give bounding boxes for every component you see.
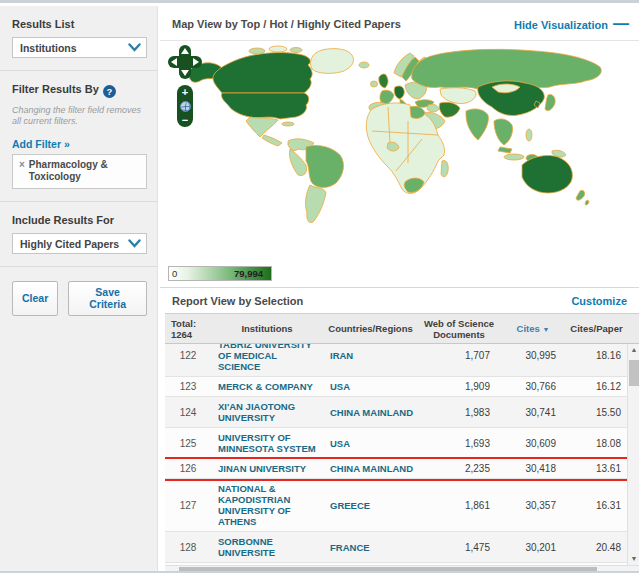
scroll-down-icon[interactable]: ▼ <box>628 553 639 565</box>
column-header-countries[interactable]: Countries/Regions <box>323 323 418 334</box>
country-link[interactable]: USA <box>323 434 418 453</box>
scroll-left-icon[interactable]: ◄ <box>165 566 177 573</box>
table-row-highlighted[interactable]: 126 JINAN UNIVERSITY CHINA MAINLAND 2,23… <box>165 459 627 479</box>
country-link[interactable]: GREECE <box>323 496 418 515</box>
pan-down-icon[interactable] <box>181 70 189 76</box>
country-japan <box>545 94 555 110</box>
country-link[interactable]: IRAN <box>323 346 418 365</box>
vertical-scrollbar[interactable]: ▲ ▼ <box>627 344 639 565</box>
include-results-select[interactable]: Highly Cited Papers <box>12 233 147 254</box>
country-link[interactable]: CHINA MAINLAND <box>323 403 418 422</box>
country-egypt <box>410 106 425 118</box>
chevron-down-icon <box>128 238 141 250</box>
country-brazil <box>306 145 343 187</box>
pan-up-icon[interactable] <box>181 48 189 54</box>
scroll-right-icon[interactable]: ► <box>627 566 639 573</box>
world-map-visualization: + − 0 79,994 <box>160 41 639 288</box>
map-countries[interactable] <box>188 46 601 223</box>
filter-results-section: Filter Results By? Changing the filter f… <box>0 71 157 202</box>
results-table: Total: 1264 Institutions Countries/Regio… <box>165 313 639 573</box>
filter-note: Changing the filter field removes all cu… <box>12 105 147 127</box>
filter-results-label: Filter Results By? <box>12 83 147 98</box>
hide-visualization-link[interactable]: Hide Visualization <box>514 19 608 31</box>
country-south-africa <box>404 178 424 192</box>
clear-button[interactable]: Clear <box>12 281 58 316</box>
table-body: 122 TABRIZ UNIVERSITY OF MEDICAL SCIENCE… <box>165 344 627 565</box>
institution-link[interactable]: UNIVERSITY OF MINNESOTA SYSTEM <box>211 428 323 458</box>
total-count: Total: 1264 <box>165 318 211 340</box>
remove-filter-icon[interactable]: × <box>19 159 25 183</box>
table-header-row: Total: 1264 Institutions Countries/Regio… <box>165 313 639 344</box>
include-results-section: Include Results For Highly Cited Papers <box>0 202 157 267</box>
results-list-section: Results List Institutions <box>0 6 157 71</box>
institution-link[interactable]: XI'AN JIAOTONG UNIVERSITY <box>211 397 323 427</box>
filters-sidebar: Results List Institutions Filter Results… <box>0 6 158 571</box>
zoom-in-button[interactable]: + <box>182 87 188 97</box>
sort-desc-icon: ▼ <box>542 326 549 333</box>
add-filter-link[interactable]: Add Filter » <box>12 138 70 150</box>
table-row[interactable]: 127 NATIONAL & KAPODISTRIAN UNIVERSITY O… <box>165 479 627 532</box>
results-list-value: Institutions <box>20 42 77 54</box>
table-row[interactable]: 122 TABRIZ UNIVERSITY OF MEDICAL SCIENCE… <box>165 344 627 377</box>
country-link[interactable]: FRANCE <box>323 538 418 557</box>
country-usa <box>221 93 308 119</box>
results-list-select[interactable]: Institutions <box>12 37 147 58</box>
map-pan-control[interactable] <box>168 45 202 79</box>
country-link[interactable]: USA <box>323 377 418 396</box>
pan-left-icon[interactable] <box>171 58 177 66</box>
table-row[interactable]: 128 SORBONNE UNIVERSITE FRANCE 1,475 30,… <box>165 532 627 563</box>
institution-link[interactable]: NATIONAL & KAPODISTRIAN UNIVERSITY OF AT… <box>211 479 323 531</box>
legend-max-value: 79,994 <box>234 268 263 279</box>
column-header-cites-sorted[interactable]: Cites ▼ <box>500 323 566 335</box>
country-canada <box>213 53 312 93</box>
institution-link[interactable]: MERCK & COMPANY <box>211 377 323 396</box>
legend-min-value: 0 <box>172 268 177 279</box>
globe-reset-icon[interactable] <box>180 101 191 112</box>
country-india <box>466 109 488 140</box>
report-view-header: Report View by Selection Customize <box>160 288 639 313</box>
institution-link[interactable]: TABRIZ UNIVERSITY OF MEDICAL SCIENCE <box>211 344 323 376</box>
scroll-up-icon[interactable]: ▲ <box>628 344 639 356</box>
main-panel: Map View by Top / Hot / Highly Cited Pap… <box>160 6 639 571</box>
country-germany <box>394 86 404 99</box>
country-uk <box>379 74 388 88</box>
esi-results-page: Results List Institutions Filter Results… <box>0 0 639 573</box>
map-zoom-control[interactable]: + − <box>177 85 193 127</box>
sidebar-actions: Clear Save Criteria <box>0 267 157 328</box>
country-greenland <box>310 49 353 74</box>
map-view-title: Map View by Top / Hot / Highly Cited Pap… <box>172 18 401 30</box>
horizontal-scroll-thumb[interactable] <box>179 567 597 573</box>
country-new-zealand <box>576 190 585 200</box>
help-icon[interactable]: ? <box>103 85 116 98</box>
horizontal-scrollbar[interactable]: ◄ ► <box>165 565 639 573</box>
collapse-icon[interactable]: — <box>613 15 629 32</box>
vertical-scroll-thumb[interactable] <box>629 360 639 386</box>
country-iran <box>439 102 460 117</box>
institution-link[interactable]: SORBONNE UNIVERSITE <box>211 532 323 562</box>
table-row[interactable]: 123 MERCK & COMPANY USA 1,909 30,766 16.… <box>165 377 627 397</box>
include-results-label: Include Results For <box>12 214 147 226</box>
table-row[interactable]: 125 UNIVERSITY OF MINNESOTA SYSTEM USA 1… <box>165 428 627 459</box>
zoom-out-button[interactable]: − <box>182 115 188 125</box>
column-header-documents[interactable]: Web of Science Documents <box>418 318 500 340</box>
customize-link[interactable]: Customize <box>571 295 627 307</box>
country-australia <box>522 155 572 193</box>
map-view-header: Map View by Top / Hot / Highly Cited Pap… <box>160 6 639 41</box>
column-header-institutions[interactable]: Institutions <box>211 323 323 334</box>
save-criteria-button[interactable]: Save Criteria <box>68 281 147 316</box>
column-header-cites-per-paper[interactable]: Cites/Paper <box>566 323 627 334</box>
filter-tag: × Pharmacology & Toxicology <box>12 154 147 189</box>
world-map-choropleth[interactable] <box>160 43 634 257</box>
choropleth-legend: 0 79,994 <box>168 266 272 281</box>
pan-right-icon[interactable] <box>193 58 199 66</box>
include-results-value: Highly Cited Papers <box>20 238 119 250</box>
results-list-label: Results List <box>12 18 147 30</box>
filter-tag-label: Pharmacology & Toxicology <box>29 159 140 183</box>
chevron-down-icon <box>128 42 141 54</box>
table-row[interactable]: 124 XI'AN JIAOTONG UNIVERSITY CHINA MAIN… <box>165 397 627 428</box>
report-view-title: Report View by Selection <box>172 295 303 307</box>
institution-link[interactable]: JINAN UNIVERSITY <box>211 459 323 478</box>
country-link[interactable]: CHINA MAINLAND <box>323 459 418 478</box>
country-mexico <box>246 117 278 137</box>
